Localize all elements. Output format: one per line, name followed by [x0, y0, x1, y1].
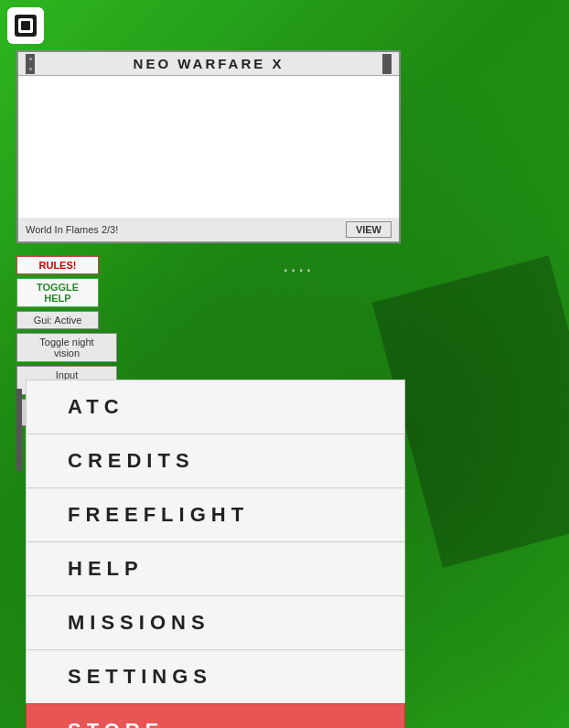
title-bar: NEO WARFARE X — [18, 52, 399, 76]
rules-button[interactable]: RULES! — [16, 256, 99, 274]
roblox-icon — [7, 7, 44, 44]
menu-item-settings[interactable]: SETTINGS — [26, 649, 405, 703]
game-header-panel: NEO WARFARE X World In Flames 2/3! VIEW — [16, 50, 401, 243]
menu-item-atc[interactable]: ATC — [26, 380, 405, 434]
title-bar-right-decoration — [382, 54, 392, 74]
viewport-footer: World In Flames 2/3! VIEW — [18, 218, 399, 241]
toggle-help-button[interactable]: TOGGLE HELP — [16, 278, 99, 307]
menu-item-credits[interactable]: CREDITS — [26, 434, 405, 487]
game-viewport — [18, 76, 399, 218]
gui-active-button[interactable]: Gui: Active — [16, 311, 99, 329]
toggle-night-vision-button[interactable]: Toggle night vision — [16, 333, 117, 362]
title-bar-left-decoration — [26, 54, 35, 74]
menu-item-freeflight[interactable]: FREEFLIGHT — [26, 487, 405, 541]
menu-item-missions[interactable]: MISSIONS — [26, 595, 405, 649]
roblox-logo — [13, 13, 38, 38]
left-vertical-bar — [16, 389, 22, 471]
world-label: World In Flames 2/3! — [26, 224, 118, 235]
menu-item-help[interactable]: HELP — [26, 541, 405, 595]
menu-item-store[interactable]: STORE — [26, 703, 405, 728]
dots-indicator: .... — [284, 259, 315, 275]
svg-rect-2 — [21, 21, 30, 30]
game-title: NEO WARFARE X — [134, 56, 284, 71]
main-menu: ATCCREDITSFREEFLIGHTHELPMISSIONSSETTINGS… — [26, 380, 405, 728]
view-button[interactable]: VIEW — [346, 221, 392, 238]
